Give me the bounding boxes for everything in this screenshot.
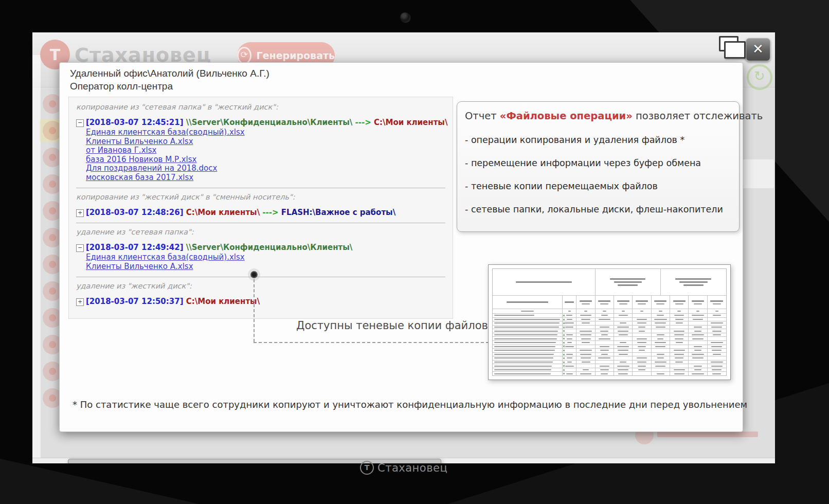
table-row <box>493 269 726 296</box>
table-cell <box>652 314 670 317</box>
table-row <box>493 349 726 353</box>
table-row <box>493 326 726 330</box>
table-cell <box>670 349 689 352</box>
generate-button-label: Генерировать <box>257 50 335 61</box>
collapse-icon[interactable]: − <box>76 244 84 252</box>
report-name-highlight: «Файловые операции» <box>500 110 633 122</box>
shadow-copy-document-preview[interactable] <box>488 264 731 380</box>
table-cell <box>576 361 595 364</box>
table-cell <box>563 329 576 333</box>
section-header: копирование из "сетевая папка" в "жестки… <box>76 103 445 111</box>
table-cell <box>708 296 726 309</box>
table-cell <box>689 314 707 317</box>
file-link[interactable]: Клиенты Вильченко А.xlsx <box>86 137 445 147</box>
table-cell <box>708 318 726 321</box>
table-cell <box>670 353 689 356</box>
table-cell <box>689 361 707 364</box>
file-link[interactable]: база 2016 Новиков М.Р.xlsx <box>86 155 445 165</box>
file-link[interactable]: Единая клиентская база(сводный).xlsx <box>86 253 445 262</box>
file-link[interactable]: Для поздравлений на 2018.docx <box>86 164 445 173</box>
table-cell <box>614 372 633 375</box>
green-mark <box>563 322 565 324</box>
table-cell <box>708 321 726 325</box>
file-link[interactable]: Клиенты Вильченко А.xlsx <box>86 262 445 272</box>
table-cell <box>670 318 689 321</box>
collapse-icon[interactable]: − <box>76 119 84 127</box>
green-mark <box>563 319 565 320</box>
table-cell <box>614 368 633 372</box>
table-row <box>493 341 726 345</box>
table-cell <box>670 364 689 368</box>
table-cell <box>633 318 651 321</box>
table-cell <box>493 296 563 309</box>
table-cell <box>708 364 726 368</box>
green-mark <box>563 373 565 374</box>
table-cell <box>689 368 707 372</box>
expand-icon[interactable]: + <box>76 209 84 217</box>
table-cell <box>576 341 595 345</box>
table-cell <box>652 368 670 372</box>
table-cell <box>614 345 633 349</box>
green-mark <box>563 327 565 328</box>
table-cell <box>670 309 689 313</box>
source-path: \\Server\Конфиденциально\Клиенты\ <box>186 118 353 127</box>
table-cell <box>493 337 563 340</box>
icon-glyph <box>49 368 56 375</box>
table-cell <box>633 372 651 375</box>
table-cell <box>576 372 595 375</box>
table-cell <box>563 349 576 352</box>
close-button[interactable]: ✕ <box>746 38 770 61</box>
table-cell <box>596 372 614 375</box>
duplicate-window-button[interactable] <box>718 36 747 61</box>
green-mark <box>563 365 565 367</box>
table-row <box>493 309 726 314</box>
table-cell <box>689 329 707 333</box>
table-cell <box>633 356 651 360</box>
file-link[interactable]: от Иванова Г.xlsx <box>86 146 445 155</box>
table-cell <box>661 269 726 295</box>
table-cell <box>708 345 726 349</box>
section-header: копирование из "жесткий диск" в "сменный… <box>76 193 445 201</box>
table-cell <box>708 353 726 356</box>
table-cell <box>596 329 614 333</box>
table-cell <box>493 318 563 321</box>
table-cell <box>670 337 689 340</box>
table-cell <box>652 329 670 333</box>
table-cell <box>563 309 576 313</box>
log-entry: +[2018-03-07 12:48:26] C:\Мои клиенты\ -… <box>76 208 445 217</box>
table-cell <box>670 329 689 333</box>
table-cell <box>689 321 707 325</box>
icon-glyph <box>49 154 56 161</box>
table-cell <box>576 314 595 317</box>
table-cell <box>493 269 596 295</box>
table-cell <box>563 356 576 360</box>
table-cell <box>596 333 614 337</box>
arrow-label: ---> <box>260 208 281 217</box>
table-cell <box>596 364 614 368</box>
table-cell <box>708 349 726 352</box>
expand-icon[interactable]: + <box>76 298 84 306</box>
green-mark <box>563 354 565 355</box>
table-cell <box>708 309 726 313</box>
file-list: Единая клиентская база(сводный).xlsxКлие… <box>86 128 445 182</box>
icon-glyph <box>49 287 56 295</box>
table-cell <box>633 353 651 356</box>
report-description-title: Отчет «Файловые операции» позволяет отсл… <box>465 110 731 122</box>
table-cell <box>563 337 576 340</box>
table-cell <box>493 368 563 372</box>
table-cell <box>596 269 661 295</box>
table-cell <box>563 345 576 349</box>
table-cell <box>614 337 633 340</box>
table-row <box>493 333 726 337</box>
file-link[interactable]: московская база 2017.xlsx <box>86 173 445 183</box>
table-row <box>493 361 726 365</box>
table-row <box>493 296 726 309</box>
refresh-icon: ⟳ <box>237 47 251 64</box>
table-cell <box>493 326 563 329</box>
table-cell <box>596 353 614 356</box>
window-front-icon <box>724 41 746 59</box>
callout-dashed-vline <box>254 279 255 342</box>
table-cell <box>563 321 576 325</box>
logo-letter: Т <box>50 46 60 64</box>
file-link[interactable]: Единая клиентская база(сводный).xlsx <box>86 128 445 137</box>
